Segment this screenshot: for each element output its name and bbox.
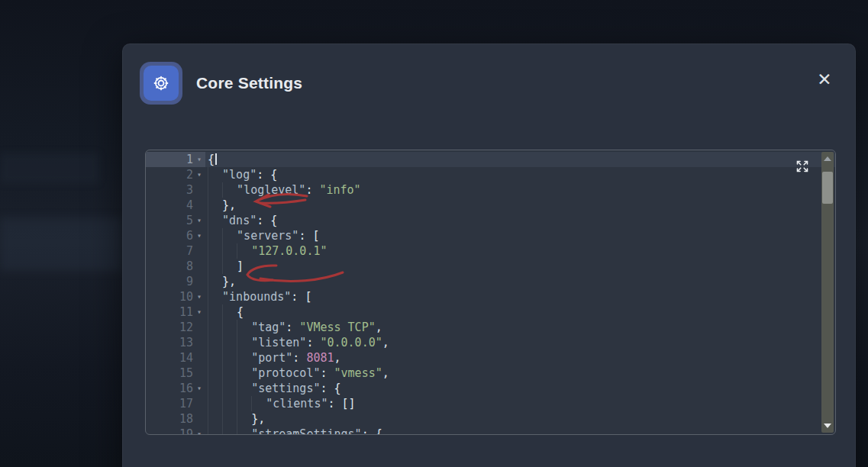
gear-icon [144, 66, 179, 101]
code-line[interactable]: 5▾"dns": { [146, 213, 835, 228]
editor-scrollbar[interactable] [821, 152, 834, 433]
modal-title: Core Settings [196, 74, 302, 92]
fold-arrow-icon[interactable]: ▾ [193, 381, 205, 396]
fold-arrow-icon[interactable]: ▾ [193, 167, 205, 182]
core-settings-modal: Core Settings ✕ Configuration v1.8.3 1▾{… [122, 43, 856, 467]
code-line[interactable]: 17"clients": [] [146, 396, 835, 411]
line-number: 3 [146, 182, 205, 198]
line-number: 16▾ [146, 381, 205, 396]
fold-arrow-icon[interactable]: ▾ [193, 213, 205, 228]
code-line[interactable]: 16▾"settings": { [146, 381, 835, 396]
screen: Core Settings ✕ Configuration v1.8.3 1▾{… [0, 0, 868, 467]
fold-arrow-icon[interactable]: ▾ [193, 427, 205, 435]
code-line[interactable]: 8] [146, 259, 835, 274]
code-line[interactable]: 13"listen": "0.0.0.0", [146, 335, 835, 350]
line-number: 11▾ [146, 304, 205, 320]
code-line[interactable]: 14"port": 8081, [146, 350, 835, 366]
close-button[interactable]: ✕ [814, 69, 835, 90]
fold-arrow-icon[interactable]: ▾ [193, 228, 205, 243]
line-number: 6▾ [146, 228, 205, 243]
scroll-up-icon[interactable] [824, 156, 831, 161]
scroll-down-icon[interactable] [824, 424, 831, 428]
line-number: 7 [146, 243, 205, 259]
line-number: 8 [146, 259, 205, 274]
line-number: 17 [146, 396, 205, 411]
scrollbar-thumb[interactable] [822, 172, 833, 204]
line-number: 18 [146, 411, 205, 427]
modal-header: Core Settings [140, 62, 302, 105]
gear-icon-badge [140, 62, 182, 105]
background-glow-2 [0, 153, 99, 183]
code-line[interactable]: 9}, [146, 274, 835, 289]
config-editor[interactable]: 1▾{2▾"log": {3"loglevel": "info"4},5▾"dn… [145, 150, 836, 435]
line-number: 1▾ [146, 152, 205, 167]
code-line[interactable]: 2▾"log": { [146, 167, 835, 182]
fold-arrow-icon[interactable]: ▾ [193, 152, 205, 167]
fold-arrow-icon[interactable]: ▾ [193, 289, 205, 304]
line-number: 15 [146, 366, 205, 381]
line-number: 2▾ [146, 167, 205, 182]
line-number: 19▾ [146, 427, 205, 435]
line-number: 10▾ [146, 289, 205, 304]
code-line[interactable]: 3"loglevel": "info" [146, 182, 835, 198]
fullscreen-icon[interactable] [795, 159, 809, 173]
code-line[interactable]: 15"protocol": "vmess", [146, 366, 835, 381]
line-number: 13 [146, 335, 205, 350]
editor-lines: 1▾{2▾"log": {3"loglevel": "info"4},5▾"dn… [146, 152, 835, 435]
line-number: 5▾ [146, 213, 205, 228]
background-glow [0, 217, 122, 271]
code-line[interactable]: 7"127.0.0.1" [146, 243, 835, 259]
code-line[interactable]: 11▾{ [146, 304, 835, 320]
code-line[interactable]: 12"tag": "VMess TCP", [146, 320, 835, 335]
code-line[interactable]: 1▾{ [146, 152, 835, 167]
code-line[interactable]: 19▾"streamSettings": { [146, 427, 835, 435]
code-line[interactable]: 6▾"servers": [ [146, 228, 835, 243]
line-number: 9 [146, 274, 205, 289]
line-number: 4 [146, 198, 205, 213]
code-line[interactable]: 4}, [146, 198, 835, 213]
line-number: 12 [146, 320, 205, 335]
line-number: 14 [146, 350, 205, 366]
code-line[interactable]: 18}, [146, 411, 835, 427]
code-line[interactable]: 10▾"inbounds": [ [146, 289, 835, 304]
fold-arrow-icon[interactable]: ▾ [193, 304, 205, 320]
